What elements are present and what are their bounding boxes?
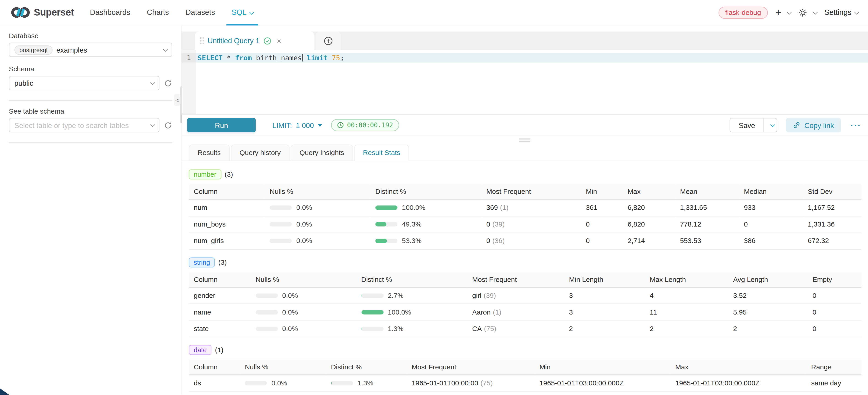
drag-handle-icon[interactable] xyxy=(200,37,204,44)
sql-token xyxy=(328,54,332,62)
tab-results[interactable]: Results xyxy=(189,145,229,161)
cell-column-name: num_girls xyxy=(189,233,265,249)
nav-item-dashboards[interactable]: Dashboards xyxy=(82,0,138,25)
sql-code-line: 1 SELECT * from birth_names limit 75; xyxy=(182,53,868,63)
column-header: Min xyxy=(581,184,623,199)
table-select[interactable]: Select table or type to search tables xyxy=(9,118,159,132)
tab-result-stats[interactable]: Result Stats xyxy=(354,145,409,161)
superset-logo[interactable]: Superset xyxy=(11,0,74,25)
table-row: num_boys0.0%49.3%0(39)06,820778.1201,331… xyxy=(189,216,861,233)
theme-toggle[interactable] xyxy=(798,8,816,17)
database-select[interactable]: postgresql examples xyxy=(9,43,172,57)
schema-select[interactable]: public xyxy=(9,76,159,90)
plus-circle-icon xyxy=(324,36,333,45)
sql-token: birth_names xyxy=(252,54,302,62)
cell-nulls-pct: 0.0% xyxy=(265,199,370,216)
sql-token: SELECT xyxy=(198,54,223,62)
percent-bar: 0.0% xyxy=(270,204,368,212)
copy-link-button[interactable]: Copy link xyxy=(786,118,841,132)
chevron-down-icon xyxy=(855,10,859,14)
tab-query-insights[interactable]: Query Insights xyxy=(291,145,353,161)
column-header: Range xyxy=(806,360,861,375)
cell-distinct-pct: 2.7% xyxy=(356,287,467,304)
save-button[interactable]: Save xyxy=(731,118,763,132)
cell-stat-value: 4 xyxy=(645,287,728,304)
query-success-icon xyxy=(264,37,271,44)
cell-stat-value: 1965-01-01T03:00:00.000Z xyxy=(534,375,670,392)
refresh-tables-icon[interactable] xyxy=(164,121,172,129)
cell-stat-value: 933 xyxy=(739,199,803,216)
stats-section-string: string(3)ColumnNulls %Distinct %Most Fre… xyxy=(189,257,861,337)
chevron-down-icon xyxy=(250,10,254,14)
column-header: Distinct % xyxy=(326,360,407,375)
cell-stat-value: 386 xyxy=(739,233,803,249)
table-row: num_girls0.0%53.3%0(36)02,714553.5338667… xyxy=(189,233,861,249)
column-count: (3) xyxy=(225,171,233,178)
column-header: Most Frequent xyxy=(467,272,564,287)
sql-token: from xyxy=(235,54,252,62)
table-row: state0.0%1.3%CA(75)2220 xyxy=(189,320,861,337)
nav-item-datasets[interactable]: Datasets xyxy=(177,0,223,25)
limit-dropdown[interactable]: LIMIT: 1 000 xyxy=(272,121,322,129)
cell-stat-value: 2 xyxy=(645,320,728,337)
chevron-down-icon xyxy=(787,10,792,14)
collapse-sidebar-button[interactable]: < xyxy=(174,94,181,106)
cell-stat-value: 5.95 xyxy=(728,304,807,321)
column-header: Min Length xyxy=(564,272,645,287)
stats-section-number: number(3)ColumnNulls %Distinct %Most Fre… xyxy=(189,170,861,249)
column-header: Empty xyxy=(807,272,861,287)
cell-column-name: num xyxy=(189,199,265,216)
pane-resize-handle[interactable] xyxy=(519,139,530,142)
sidebar-divider xyxy=(9,143,172,143)
query-toolbar: Run LIMIT: 1 000 00:00:00.192 Save xyxy=(182,115,868,136)
superset-sql-lab: Superset Dashboards Charts Datasets SQL … xyxy=(0,0,868,395)
cell-stat-value: 553.53 xyxy=(675,233,739,249)
tab-query-history[interactable]: Query history xyxy=(230,145,289,161)
cell-nulls-pct: 0.0% xyxy=(251,320,356,337)
cell-distinct-pct: 1.3% xyxy=(326,375,407,392)
run-button[interactable]: Run xyxy=(187,118,256,132)
sql-text[interactable]: SELECT * from birth_names limit 75; xyxy=(196,53,868,63)
cell-distinct-pct: 100.0% xyxy=(370,199,482,216)
column-header: Most Frequent xyxy=(481,184,581,199)
close-tab-icon[interactable]: × xyxy=(277,36,281,45)
cell-stat-value: 1965-01-01T03:00:00.000Z xyxy=(670,375,806,392)
plus-icon: + xyxy=(775,7,781,18)
environment-tag: flask-debug xyxy=(718,6,768,19)
refresh-schema-icon[interactable] xyxy=(164,79,172,87)
elapsed-timer-badge: 00:00:00.192 xyxy=(331,119,399,131)
stats-section-date: date(1)ColumnNulls %Distinct %Most Frequ… xyxy=(189,345,861,392)
query-tab[interactable]: Untitled Query 1 × xyxy=(195,32,314,50)
sql-token: ; xyxy=(340,54,344,62)
new-item-button[interactable]: + xyxy=(775,7,791,18)
cell-stat-value: 6,820 xyxy=(623,199,675,216)
cell-nulls-pct: 0.0% xyxy=(240,375,326,392)
nav-item-charts[interactable]: Charts xyxy=(138,0,177,25)
cell-stat-value: 0 xyxy=(581,233,623,249)
database-value: examples xyxy=(56,46,160,54)
cell-distinct-pct: 100.0% xyxy=(356,304,467,321)
cell-nulls-pct: 0.0% xyxy=(265,216,370,233)
column-header: Nulls % xyxy=(265,184,370,199)
elapsed-time: 00:00:00.192 xyxy=(347,121,393,129)
cell-stat-value: 6,820 xyxy=(623,216,675,233)
percent-bar: 0.0% xyxy=(270,237,368,245)
save-options-button[interactable] xyxy=(763,118,777,132)
settings-menu[interactable]: Settings xyxy=(824,8,858,17)
viewport: Superset Dashboards Charts Datasets SQL … xyxy=(0,0,868,395)
query-tab-strip: Untitled Query 1 × xyxy=(182,32,868,50)
cell-nulls-pct: 0.0% xyxy=(265,233,370,249)
cell-column-name: name xyxy=(189,304,251,321)
more-options-button[interactable]: ··· xyxy=(850,120,861,130)
database-label: Database xyxy=(9,32,172,40)
results-pane: Results Query history Query Insights Res… xyxy=(182,136,868,395)
column-header: Max xyxy=(623,184,675,199)
cell-stat-value: 11 xyxy=(645,304,728,321)
sql-editor[interactable]: 1 SELECT * from birth_names limit 75; xyxy=(182,50,868,115)
new-query-tab-button[interactable] xyxy=(316,32,341,50)
sql-lab-sidebar: Database postgresql examples Schema publ… xyxy=(0,25,182,395)
nav-item-sql[interactable]: SQL xyxy=(223,0,261,25)
table-row: ds0.0%1.3%1965-01-01T00:00:00(75)1965-01… xyxy=(189,375,861,392)
chevron-down-icon xyxy=(150,80,155,85)
column-header: Nulls % xyxy=(240,360,326,375)
